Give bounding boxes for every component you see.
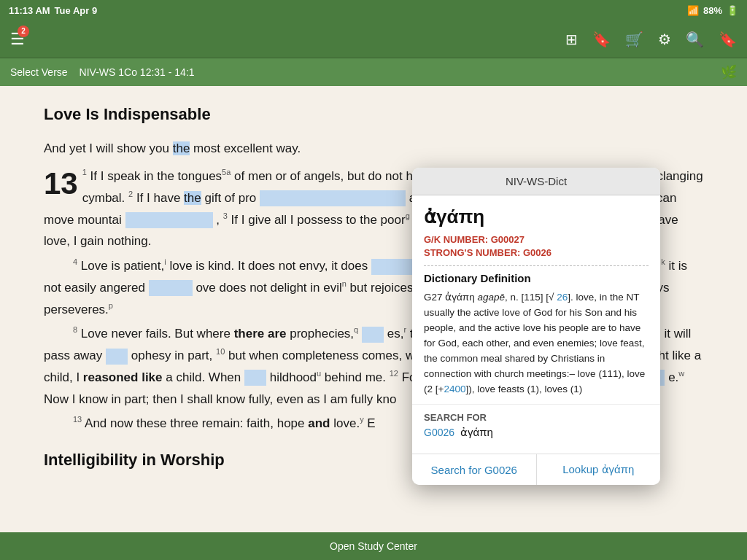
verse-10-num: 10 (216, 347, 225, 356)
dict-gk-label: G/K NUMBER: (424, 234, 488, 245)
battery: 88% (703, 5, 722, 16)
dict-strong-label: STRONG'S NUMBER: (424, 247, 520, 258)
bookmark-icon[interactable]: 🔖 (719, 31, 737, 48)
dict-greek-word: ἀγάπη (424, 206, 649, 228)
notification-count: 2 (18, 26, 29, 37)
day: Tue Apr 9 (55, 5, 98, 16)
gear-icon[interactable]: ⚙ (658, 31, 671, 48)
wifi-icon: 📶 (687, 5, 699, 16)
verse-12-num: 12 (390, 369, 398, 378)
verse-3-num: 3 (223, 211, 228, 220)
section-title: Love Is Indispensable (44, 101, 703, 128)
dict-body: ἀγάπη G/K NUMBER: G00027 STRONG'S NUMBER… (412, 195, 660, 397)
cart-icon[interactable]: 🛒 (625, 31, 643, 48)
verse-2-num: 2 (128, 190, 133, 198)
status-right: 📶 88% 🔋 (687, 5, 738, 16)
chapter-number: 13 (44, 168, 78, 199)
reference-bar: Select Verse NIV-WS 1Co 12:31 - 14:1 🌿 (0, 58, 747, 86)
dict-header: NIV-WS-Dict (412, 168, 660, 195)
intro-text: And yet I will show you the most excelle… (44, 141, 301, 155)
time: 11:13 AM (9, 5, 50, 16)
bottom-bar-text: Open Study Center (330, 540, 417, 552)
dict-def-text: G27 ἀγάπη agapē, n. [115] [√ 26]. love, … (424, 290, 649, 397)
dict-search-label: SEARCH FOR (424, 412, 649, 423)
status-bar: 11:13 AM Tue Apr 9 📶 88% 🔋 (0, 0, 747, 20)
dict-strong-value: G0026 (523, 247, 551, 258)
dict-def-title: Dictionary Definition (424, 265, 649, 284)
dict-search-greek: ἀγάπη (460, 426, 493, 439)
notification-button[interactable]: ☰ 2 (10, 30, 25, 49)
verse-8-num: 8 (73, 326, 77, 335)
select-verse-label[interactable]: Select Verse (10, 66, 68, 78)
verse-8-end: ophesy in part, (131, 349, 213, 362)
verse-3-text: , (216, 213, 222, 227)
bookmark-check-icon[interactable]: 🔖 (592, 31, 611, 48)
dict-search-row: G0026 ἀγάπη (424, 426, 649, 439)
dictionary-popup: NIV-WS-Dict ἀγάπη G/K NUMBER: G00027 STR… (412, 168, 660, 485)
plus-ref-link[interactable]: 2400 (444, 384, 465, 394)
toolbar-icons: ⊞ 🔖 🛒 ⚙ 🔍 🔖 (565, 31, 737, 48)
status-left: 11:13 AM Tue Apr 9 (9, 5, 97, 16)
bottom-bar: Open Study Center (0, 532, 747, 560)
verse-13-num: 13 (73, 416, 82, 424)
verse-8-text: Love never fails. But where there are pr… (81, 327, 362, 341)
dict-search-code: G0026 (424, 427, 454, 438)
leaf-icon: 🌿 (721, 64, 737, 80)
books-icon[interactable]: ⊞ (565, 31, 578, 48)
intro-verse: And yet I will show you the most excelle… (44, 138, 703, 160)
toolbar-left: ☰ 2 (10, 30, 25, 49)
dict-gk-value: G00027 (491, 234, 525, 245)
search-for-button[interactable]: Search for G0026 (412, 454, 537, 485)
sqrt-ref-link[interactable]: 26 (557, 292, 568, 303)
lookup-button[interactable]: Lookup ἀγάπη (537, 454, 661, 485)
dict-gk-number: G/K NUMBER: G00027 (424, 234, 649, 245)
verse-2-text: If I have the gift of pro (136, 191, 256, 205)
battery-icon: 🔋 (727, 5, 738, 16)
toolbar: ☰ 2 ⊞ 🔖 🛒 ⚙ 🔍 🔖 (0, 20, 747, 58)
verse-1-num: 1 (82, 168, 87, 176)
dict-search-section: SEARCH FOR G0026 ἀγάπη (412, 404, 660, 454)
verse-4-num: 4 (73, 257, 77, 266)
verse-13-text: And now these three remain: faith, hope … (85, 416, 376, 430)
reference-text: NIV-WS 1Co 12:31 - 14:1 (80, 66, 195, 78)
verse-4-text: Love is patient,i love is kind. It does … (81, 259, 368, 273)
dict-footer: Search for G0026 Lookup ἀγάπη (412, 454, 660, 485)
search-icon[interactable]: 🔍 (686, 31, 704, 48)
verse-10-end: hildhoodu behind me. (270, 370, 390, 384)
dict-strong-number: STRONG'S NUMBER: G0026 (424, 247, 649, 258)
